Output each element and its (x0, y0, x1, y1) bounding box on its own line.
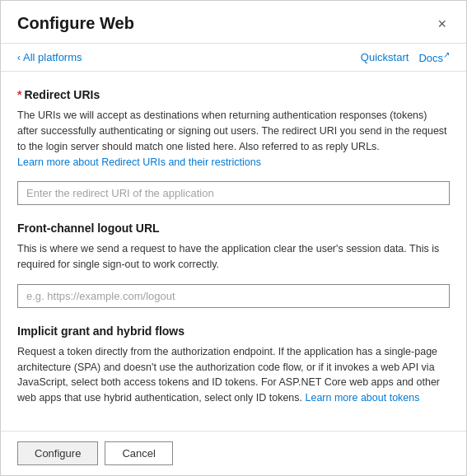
back-to-platforms-link[interactable]: ‹ All platforms (17, 51, 82, 63)
dialog-header: Configure Web × (1, 1, 466, 44)
implicit-grant-description: Request a token directly from the author… (17, 344, 450, 406)
nav-bar: ‹ All platforms Quickstart Docs↗ (1, 44, 466, 72)
nav-links: Quickstart Docs↗ (361, 50, 450, 64)
front-channel-section: Front-channel logout URL This is where w… (17, 222, 450, 308)
redirect-uris-learn-more-link[interactable]: Learn more about Redirect URIs and their… (17, 156, 261, 168)
configure-button[interactable]: Configure (17, 441, 98, 465)
external-link-icon: ↗ (443, 50, 450, 59)
quickstart-link[interactable]: Quickstart (361, 51, 409, 63)
chevron-left-icon: ‹ (17, 52, 21, 63)
implicit-grant-learn-more-link[interactable]: Learn more about tokens (306, 392, 420, 404)
redirect-uris-title: *Redirect URIs (17, 88, 450, 101)
back-link-label: All platforms (23, 51, 82, 63)
dialog-body: *Redirect URIs The URIs we will accept a… (1, 72, 466, 431)
dialog-footer: Configure Cancel (1, 431, 466, 475)
front-channel-description: This is where we send a request to have … (17, 241, 450, 273)
configure-web-dialog: Configure Web × ‹ All platforms Quicksta… (0, 0, 467, 476)
implicit-grant-section: Implicit grant and hybrid flows Request … (17, 324, 450, 406)
required-asterisk: * (17, 88, 21, 101)
docs-label: Docs (418, 52, 443, 64)
implicit-grant-title: Implicit grant and hybrid flows (17, 324, 450, 338)
front-channel-title: Front-channel logout URL (17, 222, 450, 235)
dialog-title: Configure Web (17, 14, 134, 33)
redirect-uri-input[interactable] (17, 181, 450, 205)
close-icon[interactable]: × (434, 15, 450, 33)
redirect-uris-section: *Redirect URIs The URIs we will accept a… (17, 88, 450, 205)
redirect-uris-description: The URIs we will accept as destinations … (17, 108, 450, 170)
cancel-button[interactable]: Cancel (105, 441, 172, 465)
front-channel-logout-input[interactable] (17, 284, 450, 308)
docs-link[interactable]: Docs↗ (418, 50, 450, 64)
